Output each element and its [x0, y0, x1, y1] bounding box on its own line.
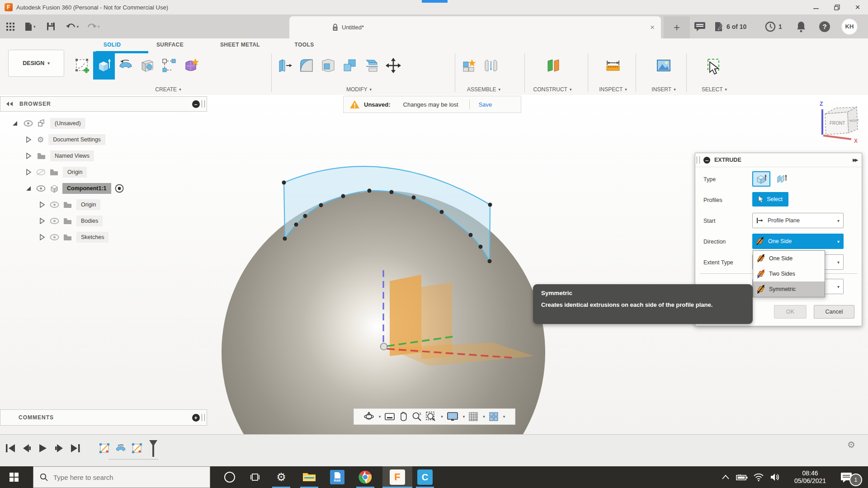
dialog-expand-icon[interactable]: ▶▶ — [853, 158, 857, 162]
redo-icon[interactable]: ▾ — [84, 14, 103, 38]
expand-closed-icon[interactable] — [25, 169, 32, 175]
tree-row-root[interactable]: (Unsaved) — [12, 117, 85, 130]
expand-closed-icon[interactable] — [39, 234, 45, 240]
browser-panel-header[interactable]: BROWSER – — [0, 96, 207, 112]
panel-grip[interactable] — [202, 414, 205, 421]
expand-open-icon[interactable] — [25, 185, 32, 192]
extrude-dialog-header[interactable]: – EXTRUDE ▶▶ — [695, 153, 862, 167]
timeline-go-end-button[interactable] — [70, 442, 81, 454]
pan-icon[interactable] — [399, 412, 408, 422]
save-icon[interactable] — [44, 14, 58, 38]
panel-grip[interactable] — [202, 100, 205, 108]
tab-surface[interactable]: SURFACE — [156, 42, 184, 48]
group-label-construct[interactable]: CONSTRUCT▾ — [533, 86, 572, 93]
tree-label[interactable]: Named Views — [50, 150, 94, 161]
eye-icon[interactable] — [50, 202, 59, 208]
tree-row-component1[interactable]: Component1:1 — [25, 182, 124, 195]
tray-volume-icon[interactable] — [767, 466, 784, 488]
restore-button[interactable] — [826, 0, 847, 14]
minimize-button[interactable] — [806, 0, 826, 14]
extrude-type-solid-button[interactable] — [752, 171, 770, 187]
avatar[interactable]: KH — [841, 14, 858, 38]
tab-solid[interactable]: SOLID — [104, 42, 121, 48]
expand-closed-icon[interactable] — [39, 218, 45, 224]
taskbar-app-chrome[interactable] — [354, 466, 376, 488]
tree-row-origin[interactable]: Origin — [25, 165, 87, 179]
fillet-button[interactable] — [296, 52, 317, 80]
panel-remove-icon[interactable]: – — [192, 100, 200, 108]
ok-button[interactable]: OK — [774, 305, 807, 319]
group-label-create[interactable]: CREATE▾ — [155, 86, 181, 93]
split-body-button[interactable] — [361, 52, 382, 80]
origin-point[interactable] — [381, 343, 387, 350]
tree-label[interactable]: (Unsaved) — [50, 118, 85, 129]
move-copy-button[interactable] — [382, 52, 404, 80]
cortana-button[interactable] — [219, 466, 241, 488]
close-button[interactable]: × — [847, 0, 868, 14]
measure-button[interactable] — [602, 52, 624, 80]
tray-chevron-icon[interactable] — [718, 466, 733, 488]
tree-row-bodies[interactable]: Bodies — [39, 214, 103, 228]
joint-button[interactable] — [480, 52, 502, 80]
timeline-feature-sketch2[interactable] — [131, 442, 143, 454]
rectangular-pattern-button[interactable] — [158, 52, 180, 80]
timeline-step-back-button[interactable] — [21, 442, 33, 454]
dialog-grip[interactable] — [697, 156, 700, 164]
tray-battery-icon[interactable] — [733, 466, 750, 488]
display-settings-icon[interactable] — [447, 412, 458, 421]
extrude-button[interactable] — [93, 52, 115, 80]
tree-label[interactable]: Sketches — [76, 232, 108, 243]
tree-row-component-origin[interactable]: Origin — [39, 198, 100, 211]
group-label-select[interactable]: SELECT▾ — [702, 86, 727, 93]
tab-tools[interactable]: TOOLS — [294, 42, 314, 48]
extension-clock[interactable]: 1 — [765, 14, 782, 38]
document-tab[interactable]: Untitled* × — [289, 16, 661, 38]
expand-closed-icon[interactable] — [25, 153, 32, 159]
viewport-canvas[interactable]: FRONT RIGHT Z X BROWSER – (Unsaved) ⚙ Do… — [0, 95, 868, 434]
caret-down-icon[interactable]: ▾ — [441, 414, 443, 419]
tree-row-sketches[interactable]: Sketches — [39, 230, 108, 244]
grid-display-icon[interactable] — [469, 412, 478, 421]
eye-off-icon[interactable] — [36, 169, 46, 175]
taskbar-app-cura[interactable]: C — [414, 466, 436, 488]
help-icon[interactable]: ? — [819, 14, 830, 38]
group-label-assemble[interactable]: ASSEMBLE▾ — [467, 86, 500, 93]
collapse-panel-icon[interactable] — [6, 101, 13, 107]
timeline-play-button[interactable] — [37, 442, 49, 454]
save-link[interactable]: Save — [479, 101, 492, 108]
insert-image-button[interactable] — [653, 52, 675, 80]
activate-radio-icon[interactable] — [115, 184, 124, 193]
expand-open-icon[interactable] — [12, 120, 18, 127]
start-dropdown[interactable]: Profile Plane ▾ — [752, 213, 844, 228]
new-component-button[interactable] — [458, 52, 480, 80]
app-grid-menu-icon[interactable] — [4, 14, 17, 38]
expand-closed-icon[interactable] — [25, 136, 32, 143]
look-at-icon[interactable] — [385, 413, 395, 421]
tree-label[interactable]: Origin — [63, 167, 87, 178]
notifications-bell-icon[interactable] — [796, 14, 807, 38]
start-button[interactable] — [0, 466, 28, 488]
construction-plane-back[interactable] — [421, 282, 452, 359]
new-tab-button[interactable]: + — [664, 16, 690, 38]
task-view-button[interactable] — [244, 466, 266, 488]
create-sketch-button[interactable] — [71, 52, 93, 80]
taskbar-app-explorer[interactable] — [298, 466, 320, 488]
dialog-collapse-icon[interactable]: – — [703, 157, 710, 164]
undo-icon[interactable]: ▾ — [63, 14, 82, 38]
taskbar-search[interactable] — [33, 466, 210, 488]
viewports-icon[interactable] — [489, 412, 498, 421]
comments-panel-header[interactable]: COMMENTS + — [0, 409, 207, 426]
action-center-button[interactable]: 1 — [835, 466, 868, 488]
group-label-insert[interactable]: INSERT▾ — [651, 86, 675, 93]
tray-clock[interactable]: 08:4605/06/2021 — [786, 466, 835, 488]
zoom-window-icon[interactable] — [426, 412, 436, 422]
timeline-feature-sketch1[interactable] — [99, 442, 110, 454]
timeline-settings-gear-icon[interactable]: ⚙ — [847, 439, 855, 450]
tree-row-document-settings[interactable]: ⚙ Document Settings — [25, 133, 105, 146]
combine-button[interactable] — [339, 52, 361, 80]
taskbar-app-winrar[interactable]: RAR — [326, 466, 348, 488]
revolve-button[interactable] — [115, 52, 137, 80]
press-pull-button[interactable] — [274, 52, 296, 80]
timeline-position-marker[interactable] — [147, 442, 159, 454]
option-two-sides[interactable]: Two Sides — [753, 266, 825, 282]
